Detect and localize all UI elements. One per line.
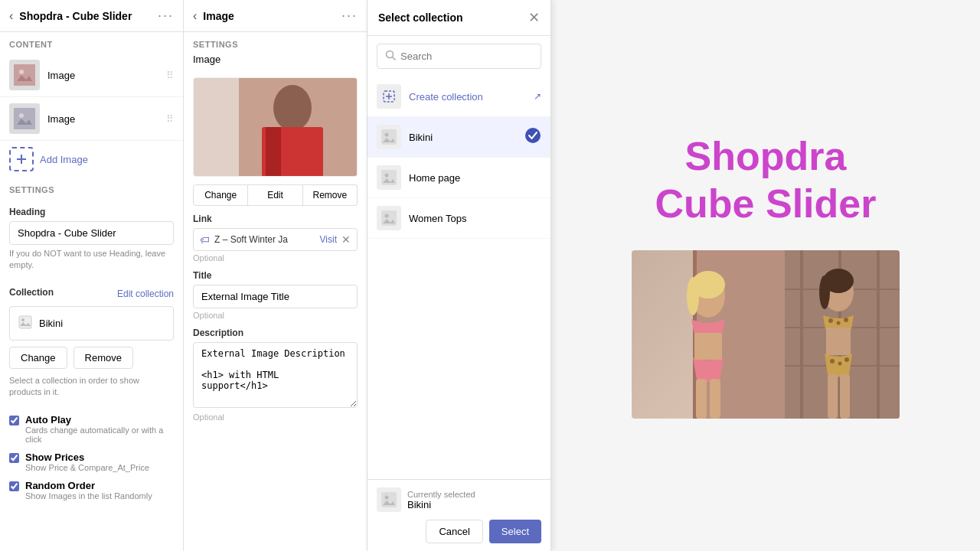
womentops-image-icon (377, 206, 401, 230)
link-clear-button[interactable]: ✕ (341, 233, 351, 246)
panel1-header: ‹ Shopdra - Cube Slider ··· (0, 0, 183, 32)
description-section: Description External Image Description <… (184, 328, 367, 429)
svg-rect-2 (14, 108, 35, 129)
auto-play-label: Auto Play (25, 414, 174, 425)
title-input[interactable] (193, 285, 358, 308)
preview-area: Shopdra Cube Slider (551, 0, 980, 551)
panel-image-settings: ‹ Image ··· SETTINGS Image Change Edit R… (184, 0, 368, 551)
heading-input[interactable] (9, 221, 174, 245)
random-order-label: Random Order (25, 480, 152, 491)
heading-section: Heading If you do NOT want to use Headin… (0, 199, 183, 279)
svg-rect-53 (826, 328, 851, 355)
selected-info: Currently selected Bikini (407, 490, 475, 510)
svg-point-10 (273, 85, 312, 131)
close-modal-button[interactable]: ✕ (528, 9, 540, 26)
create-collection-item[interactable]: Create collection ↗ (368, 77, 550, 117)
bikini-collection-label: Bikini (409, 132, 517, 143)
svg-rect-0 (14, 64, 35, 86)
add-image-button[interactable]: Add Image (0, 141, 183, 178)
womentops-collection-label: Women Tops (409, 213, 541, 224)
show-prices-label: Show Prices (25, 452, 149, 463)
currently-selected-value: Bikini (407, 499, 475, 510)
collection-label: Collection (9, 287, 54, 298)
search-icon (385, 50, 396, 63)
create-collection-label: Create collection (409, 91, 526, 103)
drag-handle-2[interactable]: ⠿ (166, 113, 174, 125)
drag-handle-1[interactable]: ⠿ (166, 70, 174, 81)
image-item-label-2: Image (47, 113, 158, 125)
svg-point-32 (687, 277, 699, 315)
collection-name: Bikini (39, 318, 63, 329)
svg-point-22 (385, 174, 389, 178)
image-thumbnail-1 (9, 60, 40, 90)
collection-hint: Select a collection in order to show pro… (9, 375, 174, 399)
modal-footer: Currently selected Bikini Cancel Select (368, 479, 550, 551)
panel2-more-button[interactable]: ··· (341, 8, 358, 24)
svg-rect-12 (266, 127, 281, 177)
auto-play-hint: Cards change automatically or with a cli… (25, 425, 174, 444)
homepage-collection-item[interactable]: Home page (368, 158, 550, 198)
search-input[interactable] (400, 51, 533, 62)
svg-point-47 (828, 318, 833, 323)
svg-point-7 (21, 318, 24, 321)
change-image-button[interactable]: Change (193, 184, 248, 206)
description-input[interactable]: External Image Description <h1> with HTM… (193, 342, 358, 408)
image-item-label-1: Image (47, 70, 158, 81)
panel1-title: Shopdra - Cube Slider (19, 10, 152, 22)
select-collection-panel: Select collection ✕ Create collection ↗ … (368, 0, 551, 551)
currently-selected-label: Currently selected (407, 490, 475, 499)
external-link-icon: ↗ (534, 91, 541, 102)
panel-content-settings: ‹ Shopdra - Cube Slider ··· CONTENT Imag… (0, 0, 184, 551)
panel2-back-button[interactable]: ‹ (193, 9, 197, 23)
bikini-image-icon (377, 125, 401, 149)
panel1-back-button[interactable]: ‹ (9, 9, 13, 23)
selected-collection-icon (377, 487, 401, 512)
svg-rect-33 (694, 333, 722, 360)
auto-play-info: Auto Play Cards change automatically or … (25, 414, 174, 444)
show-prices-checkbox[interactable] (9, 453, 19, 463)
footer-buttons: Cancel Select (377, 520, 541, 543)
link-row: 🏷 Z – Soft Winter Ja Visit ✕ (193, 228, 358, 251)
list-item: Image ⠿ (0, 97, 183, 141)
collection-section: Collection Edit collection Bikini Change… (0, 279, 183, 406)
checkboxes-section: Auto Play Cards change automatically or … (0, 406, 183, 516)
search-box[interactable] (377, 44, 541, 69)
bikini-collection-item[interactable]: Bikini (368, 117, 550, 158)
svg-point-19 (385, 133, 389, 137)
collection-icon (18, 315, 33, 332)
cube-preview (632, 250, 900, 419)
settings-section-label: SETTINGS (0, 178, 183, 199)
link-visit-button[interactable]: Visit (320, 234, 337, 245)
auto-play-checkbox[interactable] (9, 416, 19, 425)
auto-play-row: Auto Play Cards change automatically or … (9, 414, 174, 444)
cancel-button[interactable]: Cancel (426, 520, 482, 543)
random-order-checkbox[interactable] (9, 481, 19, 491)
remove-collection-button[interactable]: Remove (74, 347, 133, 369)
homepage-collection-label: Home page (409, 172, 541, 184)
link-label: Link (193, 214, 358, 224)
link-optional-label: Optional (193, 253, 358, 262)
svg-point-49 (844, 318, 848, 322)
add-image-label: Add Image (40, 154, 88, 165)
edit-collection-link[interactable]: Edit collection (117, 289, 174, 299)
tag-icon: 🏷 (200, 234, 210, 246)
list-item: Image ⠿ (0, 54, 183, 97)
show-prices-info: Show Prices Show Price & Compare_At_Pric… (25, 452, 149, 472)
panel1-more-button[interactable]: ··· (158, 8, 174, 24)
svg-rect-34 (696, 379, 707, 419)
womentops-collection-item[interactable]: Women Tops (368, 198, 550, 239)
cube-front-image (632, 250, 785, 419)
svg-line-14 (393, 57, 396, 60)
select-button[interactable]: Select (489, 520, 541, 543)
heading-label: Heading (9, 207, 174, 217)
svg-point-51 (838, 362, 842, 366)
image-preview (193, 77, 358, 177)
random-order-row: Random Order Show Images in the list Ran… (9, 480, 174, 500)
svg-rect-6 (19, 316, 31, 328)
change-collection-button[interactable]: Change (9, 347, 67, 369)
description-label: Description (193, 328, 358, 338)
collection-btn-row: Change Remove (9, 347, 174, 369)
edit-image-button[interactable]: Edit (248, 184, 302, 206)
show-prices-hint: Show Price & Compare_At_Price (25, 463, 149, 472)
remove-image-button[interactable]: Remove (303, 184, 358, 206)
